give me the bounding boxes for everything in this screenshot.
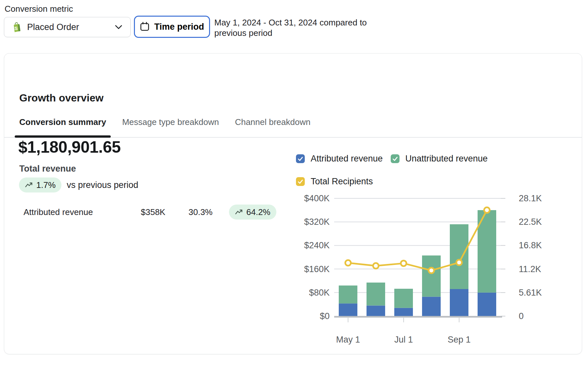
recipients-line-marker xyxy=(373,263,379,268)
right-axis-tick-label: 28.1K xyxy=(519,193,542,203)
tab-conversion-summary[interactable]: Conversion summary xyxy=(15,117,111,137)
bar-segment xyxy=(422,297,441,316)
growth-chart-svg: $00$80K5.61K$160K11.2K$240K16.8K$320K22.… xyxy=(294,193,556,348)
left-axis-tick-label: $160K xyxy=(304,264,330,274)
bar-segment xyxy=(478,293,496,316)
right-axis-tick-label: 0 xyxy=(519,311,524,321)
bar-segment xyxy=(394,289,413,308)
trend-up-icon xyxy=(25,182,33,188)
metric-row-change-badge: 64.2% xyxy=(229,205,276,220)
attributed-revenue-row: Attributed revenue $358K 30.3% 64.2% xyxy=(4,204,298,220)
calendar-icon xyxy=(140,22,150,32)
bar-segment xyxy=(450,289,468,316)
total-revenue-label: Total revenue xyxy=(19,164,76,174)
recipients-line-marker xyxy=(456,260,462,265)
page: { "page": { "conversion_metric_label": "… xyxy=(0,0,588,368)
left-axis-tick-label: $400K xyxy=(304,193,330,203)
change-badge: 1.7% xyxy=(19,177,61,192)
check-icon xyxy=(297,155,304,162)
growth-chart: $00$80K5.61K$160K11.2K$240K16.8K$320K22.… xyxy=(294,193,556,348)
check-icon xyxy=(392,155,399,162)
trend-up-icon xyxy=(235,209,243,215)
metric-row-value: $358K xyxy=(141,207,165,217)
right-axis-tick-label: 5.61K xyxy=(519,288,542,298)
legend-item-unattributed-revenue[interactable]: Unattributed revenue xyxy=(391,154,488,164)
tab-channel-breakdown[interactable]: Channel breakdown xyxy=(230,117,315,137)
recipients-line-marker xyxy=(401,261,406,266)
card-title: Growth overview xyxy=(19,92,104,104)
recipients-line-marker xyxy=(484,207,490,213)
legend-item-total-recipients[interactable]: Total Recipients xyxy=(296,176,373,187)
metric-row-change-value: 64.2% xyxy=(246,207,270,217)
conversion-metric-value: Placed Order xyxy=(27,22,115,32)
legend-label: Total Recipients xyxy=(311,176,373,187)
right-axis-tick-label: 16.8K xyxy=(519,240,542,250)
metric-row-label: Attributed revenue xyxy=(24,207,93,217)
time-period-button[interactable]: Time period xyxy=(134,16,210,38)
shopify-icon: S xyxy=(11,22,22,33)
left-axis-tick-label: $240K xyxy=(304,240,330,250)
change-suffix: vs previous period xyxy=(67,180,138,190)
chevron-down-icon xyxy=(115,25,122,29)
recipients-line-marker xyxy=(429,268,434,273)
total-revenue-value: $1,180,901.65 xyxy=(18,138,121,157)
right-axis-tick-label: 11.2K xyxy=(519,264,541,274)
conversion-metric-label: Conversion metric xyxy=(5,4,73,14)
bar-segment xyxy=(339,285,357,303)
legend-checkbox[interactable] xyxy=(391,154,400,163)
legend-label: Attributed revenue xyxy=(311,154,383,164)
legend-checkbox[interactable] xyxy=(296,154,305,163)
growth-overview-card: Growth overview Conversion summary Messa… xyxy=(4,53,582,354)
legend-item-attributed-revenue[interactable]: Attributed revenue xyxy=(296,154,383,164)
check-icon xyxy=(297,178,304,185)
left-axis-tick-label: $0 xyxy=(320,311,330,321)
chart-legend: Attributed revenueUnattributed revenueTo… xyxy=(296,154,513,187)
bar-segment xyxy=(367,283,385,305)
x-axis-tick-label: May 1 xyxy=(336,335,360,345)
conversion-metric-dropdown[interactable]: S Placed Order xyxy=(4,17,131,37)
change-vs-previous-row: 1.7% vs previous period xyxy=(19,177,138,192)
bar-segment xyxy=(394,308,413,316)
left-axis-tick-label: $80K xyxy=(309,288,330,298)
legend-label: Unattributed revenue xyxy=(405,154,488,164)
bar-segment xyxy=(339,303,357,316)
recipients-line-marker xyxy=(345,260,351,266)
right-axis-tick-label: 22.5K xyxy=(519,217,542,227)
date-range-text: May 1, 2024 - Oct 31, 2024 compared to p… xyxy=(214,18,378,38)
x-axis-tick-label: Sep 1 xyxy=(448,335,471,345)
bar-segment xyxy=(422,255,441,297)
bar-segment xyxy=(367,306,385,316)
time-period-label: Time period xyxy=(154,22,204,32)
bar-segment xyxy=(450,224,468,289)
svg-text:S: S xyxy=(14,25,18,31)
tab-bar: Conversion summary Message type breakdow… xyxy=(4,110,582,138)
left-axis-tick-label: $320K xyxy=(304,217,330,227)
metric-row-percent: 30.3% xyxy=(188,207,213,217)
x-axis-tick-label: Jul 1 xyxy=(394,335,413,345)
tab-message-type-breakdown[interactable]: Message type breakdown xyxy=(118,117,223,137)
legend-checkbox[interactable] xyxy=(296,177,305,186)
change-badge-value: 1.7% xyxy=(36,180,56,190)
